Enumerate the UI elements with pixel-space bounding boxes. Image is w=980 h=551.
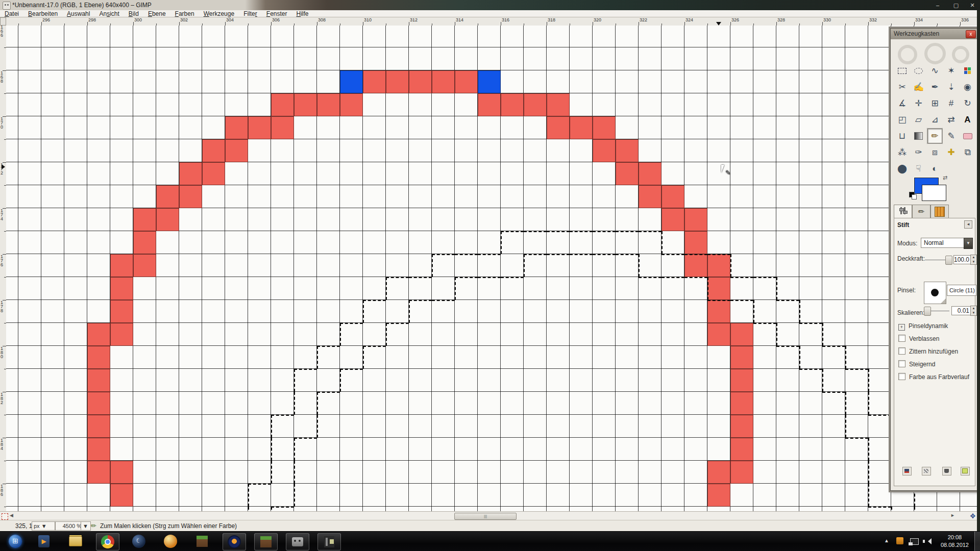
reset-options-button[interactable] [961, 467, 970, 475]
tool-button-gradient[interactable] [911, 129, 926, 143]
painted-pixel-red[interactable] [684, 208, 707, 231]
tool-button-zoom[interactable]: ◉ [960, 80, 975, 94]
tray-expand-arrow[interactable]: ▲ [884, 538, 889, 543]
mode-dropdown-arrow[interactable]: ▼ [964, 238, 973, 249]
painted-pixel-red[interactable] [684, 254, 707, 277]
tool-button-paintbrush[interactable]: ✎ [944, 129, 959, 143]
painted-pixel-red[interactable] [87, 392, 110, 415]
taskbar-firefox-orb[interactable] [159, 533, 182, 549]
tool-button-heal[interactable]: ✚ [944, 145, 959, 160]
menu-ebene[interactable]: Ebene [143, 11, 170, 17]
quickmask-toggle[interactable] [2, 513, 8, 520]
unit-dropdown[interactable]: px ▼ [32, 521, 55, 531]
navigation-button[interactable]: ✥ [969, 512, 977, 520]
checkbox-icon[interactable] [898, 373, 905, 380]
tool-button-free-select[interactable]: ∿ [927, 63, 942, 78]
painted-pixel-red[interactable] [478, 93, 501, 116]
opacity-slider-handle[interactable] [945, 256, 952, 265]
tool-button-flip[interactable]: ⇄ [944, 112, 959, 127]
painted-pixel-red[interactable] [707, 277, 730, 300]
painted-pixel-red[interactable] [133, 231, 156, 254]
menu-fenster[interactable]: Fenster [262, 11, 292, 17]
painted-pixel-red[interactable] [707, 484, 730, 507]
painted-pixel-red[interactable] [156, 208, 179, 231]
painted-pixel-red[interactable] [707, 461, 730, 484]
scroll-right-arrow[interactable]: ► [950, 513, 955, 518]
painted-pixel-red[interactable] [707, 300, 730, 323]
menu-farben[interactable]: Farben [170, 11, 199, 17]
painted-pixel-red[interactable] [730, 415, 753, 438]
painted-pixel-red[interactable] [110, 323, 133, 346]
show-desktop-button[interactable] [974, 532, 980, 551]
tool-button-pencil[interactable]: ✏ [927, 129, 942, 143]
painted-pixel-red[interactable] [730, 392, 753, 415]
tool-button-select-by-color[interactable] [960, 63, 975, 78]
tool-button-rotate[interactable]: ↻ [960, 96, 975, 111]
painted-pixel-red[interactable] [662, 208, 684, 231]
painted-pixel-red[interactable] [248, 116, 271, 139]
taskbar-recorder[interactable] [317, 533, 341, 550]
brush-dynamics-expander[interactable]: +Pinseldynamik [898, 322, 948, 331]
menu-ansicht[interactable]: Ansicht [94, 11, 124, 17]
tool-button-measure[interactable]: ∡ [895, 96, 910, 111]
minimize-button[interactable]: – [930, 1, 945, 9]
horizontal-scrollbar[interactable]: ◀ ||| ► ✥ [0, 511, 980, 520]
tool-button-foreground-select[interactable]: ✍ [911, 80, 926, 94]
painted-pixel-red[interactable] [570, 116, 593, 139]
image-canvas[interactable]: ✎ [6, 26, 977, 511]
menu-werkzeuge[interactable]: Werkzeuge [199, 11, 239, 17]
painted-pixel-red[interactable] [730, 323, 753, 346]
default-colors-icon[interactable] [909, 192, 915, 197]
painted-pixel-red[interactable] [730, 346, 753, 369]
scrollbar-thumb[interactable]: ||| [454, 513, 517, 520]
restore-options-button[interactable] [922, 467, 931, 475]
tool-button-paths[interactable]: ✒ [927, 80, 942, 94]
painted-pixel-red[interactable] [524, 93, 547, 116]
painted-pixel-red[interactable] [455, 70, 478, 93]
tool-button-smudge[interactable]: ☟ [911, 161, 926, 176]
painted-pixel-red[interactable] [317, 93, 340, 116]
painted-pixel-red[interactable] [707, 323, 730, 346]
mode-dropdown[interactable]: Normal [921, 238, 966, 248]
brush-preview[interactable] [924, 282, 946, 304]
painted-pixel-red[interactable] [547, 93, 570, 116]
close-button[interactable]: ✕ [965, 1, 980, 9]
checkbox-farbe-aus-farbverlauf[interactable]: Farbe aus Farbverlauf [898, 373, 969, 381]
painted-pixel-red[interactable] [87, 438, 110, 461]
taskbar-minecraft[interactable] [191, 533, 213, 549]
tool-button-airbrush[interactable]: ⁂ [895, 145, 910, 160]
taskbar-game-robot[interactable] [286, 533, 309, 550]
painted-pixel-blue[interactable] [340, 70, 363, 93]
tool-button-shear[interactable]: ▱ [911, 112, 926, 127]
color-area[interactable]: ⇄ [914, 178, 954, 201]
painted-pixel-red[interactable] [179, 185, 202, 208]
menu-bild[interactable]: Bild [124, 11, 143, 17]
painted-pixel-red[interactable] [87, 415, 110, 438]
delete-options-button[interactable] [942, 467, 951, 475]
painted-pixel-red[interactable] [110, 277, 133, 300]
painted-pixel-red[interactable] [87, 323, 110, 346]
tool-button-ink[interactable]: ✑ [911, 145, 926, 160]
menu-auswahl[interactable]: Auswahl [62, 11, 94, 17]
painted-pixel-red[interactable] [202, 139, 225, 162]
painted-pixel-red[interactable] [110, 461, 133, 484]
tool-button-perspective[interactable]: ⊿ [927, 112, 942, 127]
menu-bearbeiten[interactable]: Bearbeiten [23, 11, 62, 17]
painted-pixel-red[interactable] [547, 116, 570, 139]
zoom-value[interactable]: 4500 % [55, 521, 84, 531]
tool-button-perspective-clone[interactable]: ⧉ [960, 145, 975, 160]
tool-button-scissors-select[interactable]: ✂ [895, 80, 910, 94]
taskbar-explorer[interactable] [64, 533, 87, 549]
ruler-corner-button[interactable] [0, 17, 6, 26]
tool-button-rectangle-select[interactable] [895, 63, 910, 78]
painted-pixel-red[interactable] [340, 93, 363, 116]
taskbar-clock[interactable]: 20:08 08.08.2012 [941, 534, 969, 549]
painted-pixel-red[interactable] [133, 208, 156, 231]
tool-button-fuzzy-select[interactable]: ✶ [944, 63, 959, 78]
tab-patterns[interactable] [930, 205, 949, 218]
painted-pixel-red[interactable] [707, 254, 730, 277]
checkbox-steigernd[interactable]: Steigernd [898, 360, 935, 368]
painted-pixel-red[interactable] [133, 254, 156, 277]
painted-pixel-red[interactable] [271, 116, 294, 139]
painted-pixel-red[interactable] [684, 231, 707, 254]
